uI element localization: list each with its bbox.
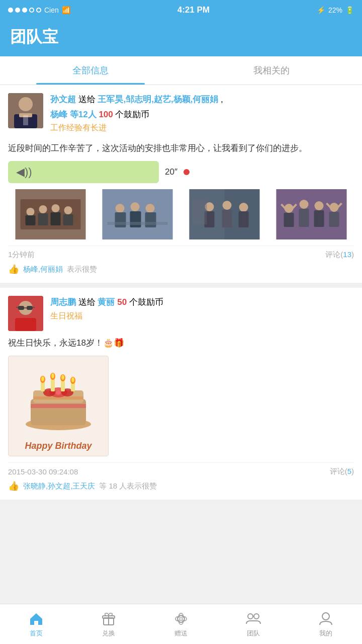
- bluetooth-icon: ⚡: [317, 6, 325, 14]
- tab-mine[interactable]: 我相关的: [181, 56, 362, 85]
- svg-point-73: [41, 376, 44, 381]
- nav-label-mine: 我的: [319, 629, 332, 638]
- comments-count-2: 5: [347, 467, 351, 475]
- recipients-cont-1: ,: [221, 95, 223, 104]
- svg-point-28: [223, 201, 232, 210]
- avatar-1[interactable]: [8, 93, 43, 128]
- svg-point-11: [64, 206, 72, 214]
- like-names-2: 张晓静,孙文超,王天庆: [23, 481, 95, 491]
- svg-point-87: [254, 614, 259, 619]
- svg-rect-13: [38, 213, 48, 225]
- time-display: 4:21 PM: [177, 5, 210, 15]
- avatar-svg-1: [8, 93, 43, 128]
- gift-icon: [173, 611, 189, 627]
- birthday-cake-svg: [18, 361, 99, 437]
- post-text-2: 祝生日快乐，永远18岁！🎂🎁: [8, 336, 354, 350]
- svg-rect-23: [145, 212, 156, 227]
- post-likes-2: 👍 张晓静,孙文超,王天庆 等 18 人表示很赞: [8, 480, 354, 492]
- status-right: ⚡ 22% 🔋: [317, 6, 354, 14]
- nav-item-exchange[interactable]: 兑换: [72, 604, 145, 644]
- category-2: 生日祝福: [50, 311, 354, 321]
- svg-rect-46: [314, 210, 324, 227]
- post-action-line-1b: 杨峰 等12人 100 个鼓励币: [50, 108, 354, 121]
- profile-icon: [318, 611, 334, 627]
- svg-rect-24: [108, 222, 168, 225]
- audio-recording-dot: [184, 169, 190, 175]
- likes-suffix-1: 表示很赞: [67, 265, 97, 274]
- image-thumb-4[interactable]: [269, 189, 354, 239]
- post-action-line-1: 孙文超 送给 王军昊,邹志明,赵艺,杨颖,何丽娟 ,: [50, 93, 354, 106]
- svg-rect-22: [130, 211, 141, 227]
- post-header-2: 周志鹏 送给 黄丽 50 个鼓励币 生日祝福: [8, 296, 354, 331]
- nav-item-team[interactable]: 团队: [217, 604, 290, 644]
- post-card-1: 孙文超 送给 王军昊,邹志明,赵艺,杨颖,何丽娟 , 杨峰 等12人 100 个…: [0, 85, 362, 283]
- svg-point-29: [239, 203, 248, 212]
- nav-label-team: 团队: [247, 629, 260, 638]
- nav-label-gift: 赠送: [174, 629, 188, 638]
- wifi-icon: 📶: [62, 6, 70, 14]
- svg-point-18: [116, 204, 125, 213]
- tab-all-label: 全部信息: [72, 65, 109, 75]
- audio-duration: 20″: [165, 167, 177, 177]
- dot2: [15, 8, 20, 13]
- carrier-label: Cien: [44, 6, 59, 14]
- amount-num-2: 50: [117, 297, 127, 307]
- svg-rect-32: [239, 211, 249, 227]
- svg-rect-55: [33, 307, 35, 308]
- post-time-2: 2015-03-30 09:24:08: [8, 467, 78, 476]
- svg-point-19: [131, 202, 140, 211]
- svg-point-37: [300, 200, 309, 209]
- tab-all[interactable]: 全部信息: [0, 56, 181, 85]
- tab-bar: 全部信息 我相关的: [0, 56, 362, 85]
- image-thumb-1[interactable]: [8, 189, 93, 239]
- svg-rect-21: [115, 212, 126, 227]
- nav-item-home[interactable]: 首页: [0, 604, 72, 644]
- unit-2: 个鼓励币: [129, 297, 163, 307]
- svg-rect-52: [27, 306, 33, 310]
- image-thumb-3[interactable]: [182, 189, 267, 239]
- audio-play-button[interactable]: ◀)): [8, 161, 159, 183]
- nav-item-mine[interactable]: 我的: [290, 604, 362, 644]
- amount-num-1: 100: [99, 110, 113, 119]
- post-footer-1: 1分钟前 评论(13): [8, 246, 354, 260]
- post-header-1: 孙文超 送给 王军昊,邹志明,赵艺,杨颖,何丽娟 , 杨峰 等12人 100 个…: [8, 93, 354, 136]
- svg-rect-47: [329, 212, 339, 227]
- bottom-nav: 首页 兑换 赠送 团队: [0, 604, 362, 644]
- like-icon-2[interactable]: 👍: [8, 480, 19, 492]
- svg-point-8: [27, 208, 35, 216]
- svg-rect-51: [18, 306, 24, 310]
- audio-player-1: ◀)) 20″: [8, 161, 354, 183]
- svg-rect-44: [284, 213, 294, 227]
- svg-point-20: [146, 204, 155, 213]
- sender-2: 周志鹏: [50, 297, 76, 307]
- svg-rect-14: [51, 212, 61, 225]
- svg-point-75: [61, 375, 64, 380]
- svg-point-1: [19, 97, 33, 111]
- recipients-cont-1: 杨峰 等12人: [50, 110, 97, 119]
- like-icon-1[interactable]: 👍: [8, 264, 19, 275]
- svg-point-88: [322, 613, 329, 620]
- signal-dots: [8, 8, 41, 13]
- svg-rect-59: [31, 404, 86, 408]
- unit-1: 个鼓励币: [115, 110, 149, 119]
- svg-point-74: [51, 373, 54, 378]
- dot5: [36, 8, 41, 13]
- app-header: 团队宝: [0, 20, 362, 56]
- svg-point-76: [71, 377, 74, 382]
- post-comments-2[interactable]: 评论(5): [330, 467, 354, 476]
- recipients-1: 王军昊,邹志明,赵艺,杨颖,何丽娟: [98, 95, 218, 104]
- comments-count-1: 13: [343, 250, 351, 259]
- svg-point-86: [248, 614, 253, 619]
- post-comments-1[interactable]: 评论(13): [325, 250, 354, 260]
- avatar-2[interactable]: [8, 296, 43, 331]
- post-action-line-2: 周志鹏 送给 黄丽 50 个鼓励币: [50, 296, 354, 309]
- svg-rect-4: [23, 115, 28, 125]
- tab-mine-label: 我相关的: [253, 65, 290, 75]
- nav-item-gift[interactable]: 赠送: [145, 604, 217, 644]
- image-thumb-2[interactable]: [95, 189, 180, 239]
- svg-point-64: [56, 390, 61, 395]
- category-1: 工作经验有长进: [50, 123, 354, 133]
- birthday-card: Happy Birthday: [8, 356, 109, 456]
- nav-label-home: 首页: [30, 629, 43, 638]
- post-meta-2: 周志鹏 送给 黄丽 50 个鼓励币 生日祝福: [50, 296, 354, 331]
